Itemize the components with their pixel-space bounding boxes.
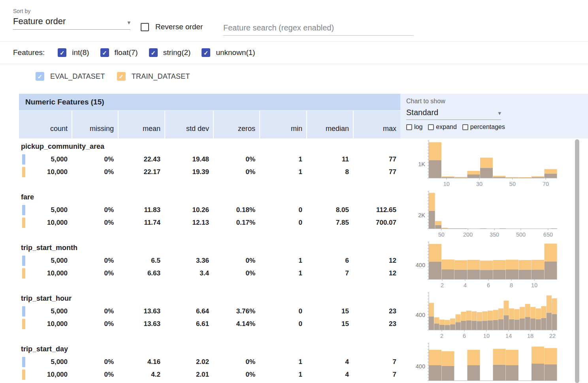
stat-value: 12	[389, 269, 396, 277]
checkbox-checked-icon[interactable]: ✓	[58, 48, 66, 57]
x-axis-tick-label: 22	[549, 333, 556, 339]
x-axis-tick-label: 30	[476, 181, 482, 187]
stat-cell: 1	[260, 254, 306, 267]
features-label: Features:	[13, 48, 45, 57]
reverse-order-checkbox[interactable]: Reverse order	[141, 23, 203, 31]
sort-by-group: Sort by Feature order ▾	[13, 8, 130, 30]
stat-value: 5,000	[51, 307, 68, 315]
feature-list: pickup_community_area5,0000%22.4319.480%…	[19, 138, 588, 383]
x-axis-tick-label: 8	[510, 282, 513, 288]
facets-overview: Sort by Feature order ▾ Reverse order Fe…	[0, 0, 588, 383]
checkbox-checked-icon[interactable]: ✓	[202, 48, 210, 57]
legend-train-dataset[interactable]: ✓ TRAIN_DATASET	[117, 72, 190, 81]
eval-dataset-swatch	[22, 357, 25, 367]
stat-value: 1	[299, 257, 302, 265]
stat-cell: 7	[354, 368, 400, 381]
x-axis-tick-label: 10	[443, 181, 450, 187]
stat-value: 0%	[245, 371, 255, 379]
checkbox-checked-icon[interactable]: ✓	[36, 72, 44, 81]
train-dataset-swatch	[22, 319, 25, 329]
feature-stats: pickup_community_area5,0000%22.4319.480%…	[19, 138, 400, 189]
stat-value: 0%	[104, 168, 114, 176]
stat-cell: 0%	[214, 166, 259, 178]
checkbox-unchecked-icon[interactable]	[406, 124, 412, 130]
stat-cell: 0	[260, 305, 306, 318]
chart-type-select[interactable]: Standard ▾	[406, 108, 501, 120]
x-axis-tick-label: 50	[509, 181, 516, 187]
checkbox-checked-icon[interactable]: ✓	[100, 48, 109, 57]
stat-cell: 19.48	[165, 153, 213, 166]
toggle-expand[interactable]: expand	[428, 123, 457, 131]
feature-name: pickup_community_area	[19, 138, 400, 153]
x-axis-tick-label: 2	[440, 333, 443, 339]
stat-cell: 12.13	[165, 216, 213, 229]
x-axis-tick-label: 10	[483, 333, 490, 339]
checkmark-icon: ✓	[38, 74, 43, 80]
stat-cell: 4.2	[119, 368, 164, 381]
stat-cell: 0%	[214, 267, 259, 280]
filter-string[interactable]: ✓ string(2)	[149, 48, 191, 57]
stats-row-eval: 5,0000%13.636.643.76%01523	[19, 305, 400, 318]
stat-cell: 5,000	[19, 204, 72, 216]
checkbox-unchecked-icon[interactable]	[141, 23, 149, 31]
sort-by-select[interactable]: Feature order ▾	[13, 16, 130, 30]
stat-value: 6.5	[151, 257, 160, 265]
eval-dataset-swatch	[22, 154, 25, 165]
checkbox-checked-icon[interactable]: ✓	[149, 48, 158, 57]
stat-value: 1	[299, 358, 302, 366]
stat-cell: 0%	[72, 166, 118, 178]
feature-histogram: 400246810	[411, 241, 560, 290]
filter-label: int(8)	[72, 48, 89, 57]
filter-int[interactable]: ✓ int(8)	[58, 48, 89, 57]
feature-stats: trip_start_month5,0000%6.53.360%161210,0…	[19, 240, 400, 290]
stat-value: 8.05	[336, 206, 349, 214]
vertical-scrollbar[interactable]	[575, 139, 579, 383]
y-axis-tick-label: 400	[416, 312, 425, 318]
checkbox-unchecked-icon[interactable]	[428, 124, 434, 130]
table-title: Numeric Features (15)	[19, 94, 400, 110]
stat-cell: 2.02	[165, 356, 213, 368]
stat-value: 6.61	[196, 320, 209, 328]
stat-value: 4	[345, 358, 349, 366]
stat-cell: 15	[307, 305, 353, 318]
feature-block: fare5,0000%11.8310.260.18%08.05112.6510,…	[19, 189, 588, 240]
feature-block: trip_start_hour5,0000%13.636.643.76%0152…	[19, 290, 588, 341]
stat-cell: 0%	[214, 254, 259, 267]
feature-stats: fare5,0000%11.8310.260.18%08.05112.6510,…	[19, 189, 400, 240]
filter-unknown[interactable]: ✓ unknown(1)	[202, 48, 255, 57]
checkbox-unchecked-icon[interactable]	[462, 124, 468, 130]
stat-cell: 10,000	[19, 318, 72, 330]
table-head-left: Numeric Features (15) count missing mean…	[19, 94, 400, 138]
stat-cell: 0%	[214, 368, 259, 381]
filter-float[interactable]: ✓ float(7)	[100, 48, 138, 57]
checkmark-icon: ✓	[204, 50, 209, 56]
column-header-stddev: std dev	[165, 111, 213, 138]
feature-chart: 4002610141822	[400, 290, 588, 341]
stat-value: 0.17%	[236, 219, 255, 227]
stat-cell: 0%	[72, 204, 118, 216]
feature-block: pickup_community_area5,0000%22.4319.480%…	[19, 138, 588, 189]
feature-histogram: 4002610141822	[411, 291, 560, 340]
dataset-name: EVAL_DATASET	[50, 72, 105, 81]
stat-cell: 77	[354, 166, 400, 178]
toggle-log[interactable]: log	[406, 123, 422, 131]
stats-row-train: 10,0000%6.633.40%1712	[19, 267, 400, 280]
stat-value: 5,000	[51, 358, 68, 366]
stat-cell: 4	[307, 356, 353, 368]
stat-value: 19.39	[192, 168, 209, 176]
stat-cell: 10,000	[19, 368, 72, 381]
stat-cell: 6	[307, 254, 353, 267]
stat-value: 0	[299, 307, 302, 315]
feature-chart: 400246810	[400, 240, 588, 290]
filter-label: string(2)	[163, 48, 191, 57]
stat-value: 6	[345, 257, 349, 265]
stat-value: 0%	[104, 307, 114, 315]
toggle-percentages[interactable]: percentages	[462, 123, 505, 131]
feature-search-input[interactable]	[223, 21, 413, 36]
stat-cell: 8.05	[307, 204, 353, 216]
legend-eval-dataset[interactable]: ✓ EVAL_DATASET	[36, 72, 105, 81]
stat-value: 0%	[245, 358, 255, 366]
stat-value: 1	[299, 155, 302, 163]
stat-value: 0	[299, 206, 302, 214]
checkbox-checked-icon[interactable]: ✓	[117, 72, 126, 81]
